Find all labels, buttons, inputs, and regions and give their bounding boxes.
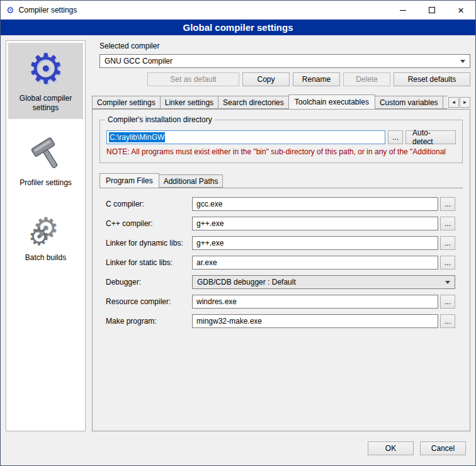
- set-as-default-button: Set as default: [147, 72, 239, 86]
- installation-directory-group: Compiler's installation directory C:\ray…: [99, 120, 463, 163]
- tab-build-options[interactable]: Buil: [443, 96, 447, 109]
- chevron-down-icon: [460, 60, 465, 63]
- profiler-tool-icon: [28, 132, 64, 174]
- tab-scroll-right-button[interactable]: ►: [460, 97, 470, 108]
- gear-icon: ⚙: [27, 48, 64, 89]
- field-row: Resource compiler: windres.exe ...: [106, 295, 455, 309]
- static-linker-input[interactable]: ar.exe: [192, 256, 438, 270]
- selected-compiler-section: Selected compiler GNU GCC Compiler Set a…: [92, 40, 470, 86]
- rename-button[interactable]: Rename: [293, 72, 340, 86]
- compiler-settings-window: ⚙ Compiler settings × Global compiler se…: [0, 0, 476, 466]
- subtab-program-files[interactable]: Program Files: [99, 173, 159, 188]
- resource-compiler-browse-button[interactable]: ...: [440, 295, 455, 309]
- compiler-actions: Set as default Copy Rename Delete Reset …: [99, 72, 470, 86]
- program-files-tabs: Program Files Additional Paths: [99, 173, 463, 188]
- cpp-compiler-value: g++.exe: [196, 219, 224, 228]
- settings-sidebar: ⚙ Global compiler settings Profiler sett…: [6, 40, 86, 431]
- selected-compiler-value: GNU GCC Compiler: [105, 57, 456, 65]
- titlebar: ⚙ Compiler settings ×: [1, 1, 475, 20]
- selected-compiler-label: Selected compiler: [99, 42, 470, 50]
- delete-button: Delete: [343, 72, 390, 86]
- make-program-input[interactable]: mingw32-make.exe: [192, 314, 438, 328]
- tab-linker-settings[interactable]: Linker settings: [160, 96, 218, 109]
- close-button[interactable]: ×: [446, 1, 475, 20]
- arrow-right-icon: ►: [463, 99, 468, 105]
- sidebar-item-label: Global compiler settings: [9, 94, 82, 113]
- ok-button[interactable]: OK: [368, 441, 414, 455]
- page-title: Global compiler settings: [1, 20, 475, 35]
- dynamic-linker-input[interactable]: g++.exe: [192, 236, 438, 250]
- copy-button[interactable]: Copy: [242, 72, 290, 86]
- window-icon: ⚙: [6, 6, 14, 14]
- installation-directory-row: C:\raylib\MinGW ... Auto-detect: [106, 130, 456, 144]
- sidebar-item-global-compiler-settings[interactable]: ⚙ Global compiler settings: [8, 43, 83, 119]
- make-program-browse-button[interactable]: ...: [440, 314, 455, 328]
- dialog-body: ⚙ Global compiler settings Profiler sett…: [1, 35, 475, 436]
- note-text: NOTE: All programs must exist either in …: [106, 147, 456, 156]
- field-row: Make program: mingw32-make.exe ...: [106, 314, 455, 328]
- settings-tabs: Compiler settings Linker settings Search…: [92, 94, 470, 109]
- sidebar-item-batch-builds[interactable]: ⚙ ⚙ Batch builds: [8, 202, 83, 269]
- dialog-footer: OK Cancel: [1, 436, 475, 465]
- field-row: Debugger: GDB/CDB debugger : Default: [106, 275, 455, 289]
- minimize-icon: [400, 10, 406, 11]
- installation-directory-browse-button[interactable]: ...: [388, 130, 403, 144]
- c-compiler-input[interactable]: gcc.exe: [192, 197, 438, 211]
- debugger-value: GDB/CDB debugger : Default: [197, 278, 441, 287]
- close-icon: ×: [458, 5, 464, 16]
- tab-custom-variables[interactable]: Custom variables: [375, 96, 443, 109]
- main-panel: Selected compiler GNU GCC Compiler Set a…: [92, 40, 470, 431]
- arrow-left-icon: ◄: [451, 99, 456, 105]
- field-row: Linker for dynamic libs: g++.exe ...: [106, 236, 455, 250]
- sidebar-item-profiler-settings[interactable]: Profiler settings: [8, 127, 83, 194]
- chevron-down-icon: [445, 281, 450, 284]
- tab-compiler-settings[interactable]: Compiler settings: [92, 96, 161, 109]
- selected-text: C:\raylib\MinGW: [109, 132, 165, 142]
- resource-compiler-input[interactable]: windres.exe: [192, 295, 438, 309]
- make-program-label: Make program:: [106, 317, 192, 326]
- dynamic-linker-label: Linker for dynamic libs:: [106, 239, 192, 247]
- subtab-additional-paths[interactable]: Additional Paths: [159, 174, 224, 188]
- window-title: Compiler settings: [19, 6, 77, 14]
- selected-compiler-dropdown[interactable]: GNU GCC Compiler: [99, 54, 470, 68]
- static-linker-value: ar.exe: [196, 258, 217, 267]
- resource-compiler-value: windres.exe: [196, 297, 237, 306]
- debugger-dropdown[interactable]: GDB/CDB debugger : Default: [192, 275, 455, 289]
- tabs-scroller: Compiler settings Linker settings Search…: [92, 94, 447, 109]
- sidebar-item-label: Profiler settings: [20, 178, 72, 188]
- resource-compiler-label: Resource compiler:: [106, 297, 192, 306]
- installation-directory-input[interactable]: C:\raylib\MinGW: [106, 130, 385, 144]
- tab-toolchain-executables[interactable]: Toolchain executables: [288, 94, 375, 109]
- debugger-label: Debugger:: [106, 278, 192, 287]
- auto-detect-button[interactable]: Auto-detect: [405, 130, 456, 144]
- program-files-page: C compiler: gcc.exe ... C++ compiler: g+…: [99, 188, 463, 328]
- tab-scroll-controls: ◄ ►: [448, 97, 470, 108]
- c-compiler-label: C compiler:: [106, 200, 192, 208]
- c-compiler-value: gcc.exe: [196, 200, 222, 208]
- dynamic-linker-browse-button[interactable]: ...: [440, 236, 455, 250]
- caption-buttons: ×: [388, 1, 475, 20]
- dynamic-linker-value: g++.exe: [196, 239, 224, 247]
- field-row: Linker for static libs: ar.exe ...: [106, 256, 455, 270]
- make-program-value: mingw32-make.exe: [196, 317, 262, 326]
- field-row: C++ compiler: g++.exe ...: [106, 217, 455, 230]
- cpp-compiler-input[interactable]: g++.exe: [192, 217, 438, 230]
- cpp-compiler-browse-button[interactable]: ...: [440, 217, 455, 230]
- tab-search-directories[interactable]: Search directories: [218, 96, 289, 109]
- reset-defaults-button[interactable]: Reset defaults: [394, 72, 470, 86]
- tab-scroll-left-button[interactable]: ◄: [448, 97, 459, 108]
- cancel-button[interactable]: Cancel: [420, 441, 466, 455]
- static-linker-browse-button[interactable]: ...: [440, 256, 455, 270]
- toolchain-executables-panel: Compiler's installation directory C:\ray…: [92, 109, 470, 431]
- maximize-icon: [429, 7, 435, 13]
- field-row: C compiler: gcc.exe ...: [106, 197, 455, 211]
- sidebar-item-label: Batch builds: [25, 253, 66, 263]
- installation-directory-group-title: Compiler's installation directory: [105, 115, 215, 124]
- cpp-compiler-label: C++ compiler:: [106, 219, 192, 228]
- static-linker-label: Linker for static libs:: [106, 258, 192, 267]
- c-compiler-browse-button[interactable]: ...: [440, 197, 455, 211]
- maximize-button[interactable]: [417, 1, 446, 20]
- minimize-button[interactable]: [388, 1, 417, 20]
- gears-stack-icon: ⚙ ⚙: [33, 207, 59, 249]
